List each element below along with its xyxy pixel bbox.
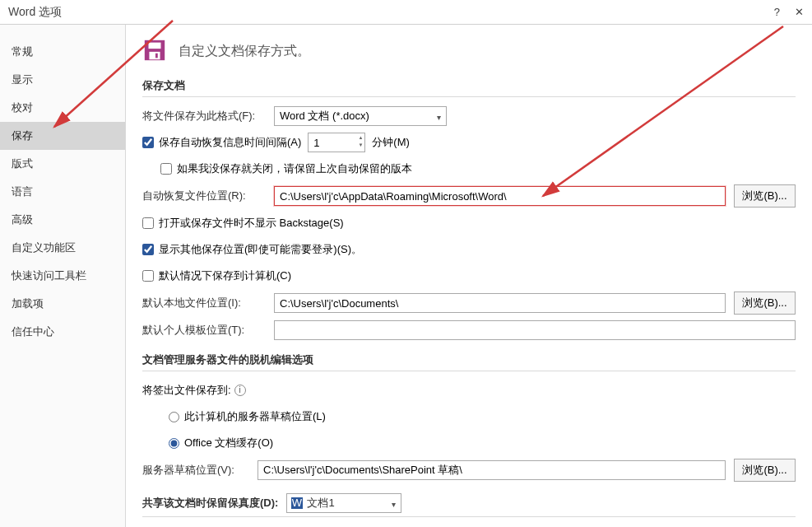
info-icon[interactable]: i — [234, 385, 246, 396]
server-drafts-loc-input[interactable] — [258, 460, 726, 480]
word-doc-icon: W — [290, 497, 304, 510]
save-format-value: Word 文档 (*.docx) — [280, 109, 369, 124]
show-other-locations-label: 显示其他保存位置(即使可能需要登录)(S)。 — [159, 242, 362, 257]
autorecover-browse-button[interactable]: 浏览(B)... — [734, 184, 796, 208]
autorecover-loc-input[interactable] — [274, 186, 726, 206]
section-fidelity-title-row: 共享该文档时保留保真度(D): W 文档1 ▾ — [142, 493, 796, 517]
default-to-computer-input[interactable] — [142, 270, 154, 282]
server-drafts-loc-label: 服务器草稿位置(V): — [142, 463, 258, 478]
svg-text:W: W — [292, 497, 303, 509]
content-pane: 自定义文档保存方式。 保存文档 将文件保存为此格式(F): Word 文档 (*… — [126, 25, 812, 527]
dont-show-backstage-input[interactable] — [142, 217, 154, 229]
show-other-locations-checkbox[interactable]: 显示其他保存位置(即使可能需要登录)(S)。 — [142, 242, 362, 257]
sidebar-item-customize-ribbon[interactable]: 自定义功能区 — [0, 234, 125, 262]
auto-save-checkbox-input[interactable] — [142, 137, 154, 148]
default-template-loc-input[interactable] — [274, 320, 796, 340]
server-drafts-radio-label: 此计算机的服务器草稿位置(L) — [184, 409, 326, 424]
autorecover-loc-label: 自动恢复文件位置(R): — [142, 189, 274, 203]
default-to-computer-label: 默认情况下保存到计算机(C) — [159, 268, 291, 283]
chevron-down-icon: ▾ — [437, 113, 441, 122]
section-fidelity-title: 共享该文档时保留保真度(D): — [142, 496, 278, 511]
page-heading: 自定义文档保存方式。 — [179, 43, 310, 60]
minutes-label: 分钟(M) — [372, 135, 410, 150]
sidebar-item-general[interactable]: 常规 — [0, 38, 125, 66]
svg-rect-3 — [155, 54, 158, 58]
default-local-browse-button[interactable]: 浏览(B)... — [734, 291, 796, 315]
heading-row: 自定义文档保存方式。 — [142, 38, 796, 65]
sidebar-item-advanced[interactable]: 高级 — [0, 206, 125, 234]
server-drafts-radio-input[interactable] — [169, 412, 179, 422]
fidelity-doc-select[interactable]: W 文档1 ▾ — [286, 493, 401, 513]
save-format-label: 将文件保存为此格式(F): — [142, 109, 274, 124]
dont-show-backstage-checkbox[interactable]: 打开或保存文件时不显示 Backstage(S) — [142, 216, 344, 231]
sidebar-item-layout[interactable]: 版式 — [0, 150, 125, 178]
sidebar-item-language[interactable]: 语言 — [0, 178, 125, 206]
save-checkout-to-label: 将签出文件保存到: — [142, 383, 231, 398]
default-local-loc-label: 默认本地文件位置(I): — [142, 296, 274, 310]
window-buttons: ? ✕ — [774, 6, 804, 18]
auto-save-minutes-value: 1 — [313, 137, 360, 149]
sidebar-item-quick-access[interactable]: 快速访问工具栏 — [0, 262, 125, 290]
sidebar-item-trust-center[interactable]: 信任中心 — [0, 318, 125, 346]
auto-save-checkbox[interactable]: 保存自动恢复信息时间间隔(A) — [142, 135, 301, 150]
sidebar-item-save[interactable]: 保存 — [0, 122, 125, 150]
help-button[interactable]: ? — [774, 6, 780, 18]
sidebar: 常规 显示 校对 保存 版式 语言 高级 自定义功能区 快速访问工具栏 加载项 … — [0, 25, 126, 527]
server-drafts-browse-button[interactable]: 浏览(B)... — [734, 459, 796, 482]
chevron-down-icon: ▾ — [392, 500, 396, 509]
main: 常规 显示 校对 保存 版式 语言 高级 自定义功能区 快速访问工具栏 加载项 … — [0, 25, 812, 527]
server-drafts-radio[interactable]: 此计算机的服务器草稿位置(L) — [169, 409, 326, 424]
fidelity-doc-value: 文档1 — [307, 496, 334, 511]
close-button[interactable]: ✕ — [795, 6, 804, 18]
keep-last-autosave-label: 如果我没保存就关闭，请保留上次自动保留的版本 — [177, 161, 412, 176]
section-offline-title: 文档管理服务器文件的脱机编辑选项 — [142, 352, 796, 371]
office-cache-radio[interactable]: Office 文档缓存(O) — [169, 436, 273, 450]
auto-save-label: 保存自动恢复信息时间间隔(A) — [159, 135, 301, 150]
show-other-locations-input[interactable] — [142, 244, 154, 255]
svg-rect-1 — [149, 43, 161, 49]
office-cache-radio-input[interactable] — [169, 438, 179, 449]
sidebar-item-addins[interactable]: 加载项 — [0, 290, 125, 318]
svg-rect-2 — [149, 52, 160, 59]
sidebar-item-proofing[interactable]: 校对 — [0, 94, 125, 122]
dont-show-backstage-label: 打开或保存文件时不显示 Backstage(S) — [159, 216, 344, 231]
default-to-computer-checkbox[interactable]: 默认情况下保存到计算机(C) — [142, 268, 291, 283]
window-title: Word 选项 — [8, 5, 774, 20]
default-local-loc-input[interactable] — [274, 293, 726, 313]
save-icon — [142, 38, 167, 65]
sidebar-item-display[interactable]: 显示 — [0, 66, 125, 94]
titlebar: Word 选项 ? ✕ — [0, 0, 812, 25]
save-format-select[interactable]: Word 文档 (*.docx) ▾ — [274, 106, 447, 126]
keep-last-autosave-checkbox[interactable]: 如果我没保存就关闭，请保留上次自动保留的版本 — [160, 161, 412, 176]
section-save-docs-title: 保存文档 — [142, 78, 796, 97]
office-cache-radio-label: Office 文档缓存(O) — [184, 436, 273, 450]
auto-save-minutes-spinner[interactable]: 1 ▲▼ — [308, 133, 365, 152]
keep-last-autosave-input[interactable] — [160, 163, 172, 175]
default-template-loc-label: 默认个人模板位置(T): — [142, 323, 274, 338]
spinner-arrows-icon[interactable]: ▲▼ — [358, 134, 363, 149]
